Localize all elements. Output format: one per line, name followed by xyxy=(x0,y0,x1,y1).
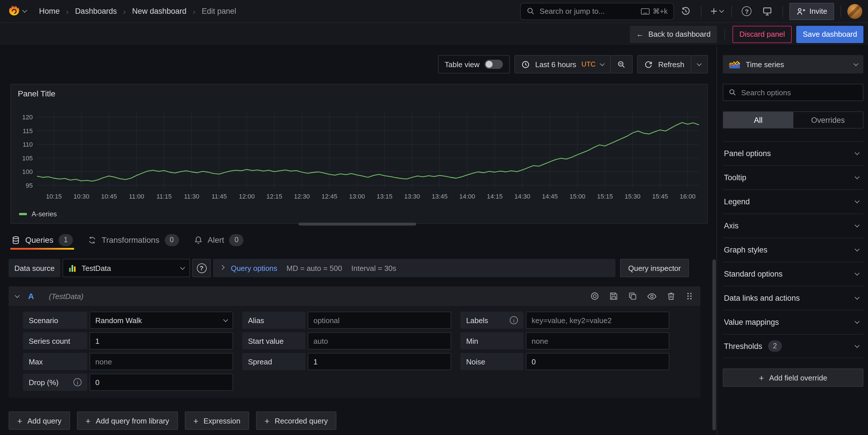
svg-text:11:45: 11:45 xyxy=(212,193,227,200)
query-ref-id[interactable]: A xyxy=(28,291,34,301)
testdata-icon xyxy=(68,264,77,272)
info-icon[interactable]: i xyxy=(510,316,518,324)
alias-input[interactable] xyxy=(308,312,451,329)
svg-text:15:30: 15:30 xyxy=(625,193,640,200)
time-series-chart[interactable]: 10:1510:3010:4511:0011:1511:3011:4512:00… xyxy=(18,108,701,206)
back-to-dashboard-button[interactable]: ← Back to dashboard xyxy=(630,26,717,43)
section-data-links-and-actions[interactable]: Data links and actions xyxy=(723,286,863,310)
series-count-input[interactable] xyxy=(90,332,233,349)
scenario-select[interactable]: Random Walk xyxy=(90,312,233,329)
chevron-down-icon xyxy=(855,223,860,227)
invite-button[interactable]: Invite xyxy=(789,3,834,20)
user-avatar[interactable] xyxy=(847,4,862,19)
add-query-button[interactable]: + Add query xyxy=(9,411,70,430)
new-menu-button[interactable] xyxy=(708,3,725,20)
query-options-bar: Query options MD = auto = 500 Interval =… xyxy=(213,259,615,277)
time-range-picker[interactable]: Last 6 hours UTC xyxy=(515,55,611,73)
horizontal-scrollbar[interactable] xyxy=(299,223,416,225)
series-legend-label[interactable]: A-series xyxy=(32,210,57,218)
section-standard-options[interactable]: Standard options xyxy=(723,262,863,286)
start-value-label: Start value xyxy=(242,332,305,349)
save-icon[interactable] xyxy=(609,291,618,301)
grafana-logo-button[interactable] xyxy=(6,5,29,17)
section-tooltip[interactable]: Tooltip xyxy=(723,165,863,189)
tab-queries[interactable]: Queries 1 xyxy=(10,230,74,250)
max-input[interactable] xyxy=(90,353,233,370)
bell-icon xyxy=(194,236,203,244)
section-thresholds[interactable]: Thresholds 2 xyxy=(723,334,863,358)
save-dashboard-button[interactable]: Save dashboard xyxy=(797,26,863,43)
chevron-down-icon xyxy=(223,317,228,322)
zoom-out-button[interactable] xyxy=(611,55,633,73)
datasource-help-button[interactable]: ? xyxy=(192,259,211,277)
noise-input[interactable] xyxy=(526,353,670,370)
refresh-button[interactable]: Refresh xyxy=(638,55,691,73)
drag-handle-icon[interactable] xyxy=(685,291,693,301)
timezone-label: UTC xyxy=(582,60,596,68)
noise-label: Noise xyxy=(460,353,524,370)
options-search-input[interactable]: Search options xyxy=(723,84,863,101)
filter-tab-overrides[interactable]: Overrides xyxy=(793,112,863,128)
query-section-tabs: Queries 1 Transformations 0 Alert 0 xyxy=(10,230,708,250)
spread-input[interactable] xyxy=(308,353,451,370)
svg-text:14:45: 14:45 xyxy=(542,193,558,200)
trash-icon[interactable] xyxy=(666,291,676,301)
discard-panel-button[interactable]: Discard panel xyxy=(733,26,792,43)
grafana-edit-panel-page: Home › Dashboards › New dashboard › Edit… xyxy=(0,0,868,435)
panel-title: Panel Title xyxy=(18,89,55,98)
eye-icon[interactable] xyxy=(647,291,657,301)
section-axis[interactable]: Axis xyxy=(723,214,863,238)
info-icon[interactable]: i xyxy=(73,378,82,386)
svg-text:12:45: 12:45 xyxy=(321,193,337,200)
add-field-override-button[interactable]: + Add field override xyxy=(723,368,863,387)
tab-transformations[interactable]: Transformations 0 xyxy=(87,230,180,250)
drop-input[interactable] xyxy=(90,374,233,391)
filter-tab-all[interactable]: All xyxy=(723,112,793,128)
chart-legend: A-series xyxy=(19,210,57,218)
scrollbar-thumb[interactable] xyxy=(712,259,716,430)
query-options-link[interactable]: Query options xyxy=(231,264,277,272)
thresholds-count-badge: 2 xyxy=(768,340,782,352)
datasource-picker[interactable]: TestData xyxy=(63,259,190,277)
max-label: Max xyxy=(23,353,87,370)
keyboard-shortcut: ⌘+k xyxy=(641,7,668,15)
breadcrumb-separator: › xyxy=(66,7,69,16)
query-inspector-button[interactable]: Query inspector xyxy=(620,259,689,277)
svg-text:95: 95 xyxy=(26,182,33,189)
svg-text:13:00: 13:00 xyxy=(349,193,365,200)
collapse-chevron-icon[interactable] xyxy=(15,293,20,298)
breadcrumb-home[interactable]: Home xyxy=(39,7,60,15)
min-input[interactable] xyxy=(526,332,670,349)
top-nav: Home › Dashboards › New dashboard › Edit… xyxy=(0,0,868,23)
breadcrumb-dashboards[interactable]: Dashboards xyxy=(75,7,117,15)
add-expression-button[interactable]: + Expression xyxy=(185,411,249,430)
section-panel-options[interactable]: Panel options xyxy=(723,141,863,165)
section-legend[interactable]: Legend xyxy=(723,189,863,214)
copy-icon[interactable] xyxy=(628,291,637,301)
time-series-viz-icon xyxy=(728,60,741,69)
labels-input[interactable] xyxy=(526,312,670,329)
time-range-label: Last 6 hours xyxy=(535,60,577,69)
svg-text:10:15: 10:15 xyxy=(46,193,62,200)
tab-alert[interactable]: Alert 0 xyxy=(193,230,245,250)
table-view-toggle[interactable] xyxy=(485,60,503,69)
svg-text:16:00: 16:00 xyxy=(680,193,695,200)
history-button[interactable] xyxy=(677,3,694,20)
display-button[interactable] xyxy=(759,3,776,20)
help-button[interactable]: ? xyxy=(738,3,755,20)
refresh-interval-button[interactable] xyxy=(691,55,708,73)
section-value-mappings[interactable]: Value mappings xyxy=(723,310,863,334)
visualization-picker[interactable]: Time series xyxy=(723,55,863,73)
alert-count-badge: 0 xyxy=(229,234,244,246)
add-recorded-query-button[interactable]: + Recorded query xyxy=(256,411,337,430)
svg-text:11:30: 11:30 xyxy=(184,193,199,200)
person-plus-icon xyxy=(796,7,805,16)
add-query-from-library-button[interactable]: + Add query from library xyxy=(77,411,178,430)
start-value-input[interactable] xyxy=(308,332,451,349)
record-icon[interactable] xyxy=(590,291,599,301)
vertical-scrollbar[interactable] xyxy=(712,46,716,435)
panel-preview: Panel Title 10:1510:3010:4511:0011:1511:… xyxy=(10,84,708,224)
search-input[interactable]: Search or jump to... ⌘+k xyxy=(520,3,674,20)
breadcrumb-new-dashboard[interactable]: New dashboard xyxy=(132,7,186,15)
section-graph-styles[interactable]: Graph styles xyxy=(723,238,863,262)
